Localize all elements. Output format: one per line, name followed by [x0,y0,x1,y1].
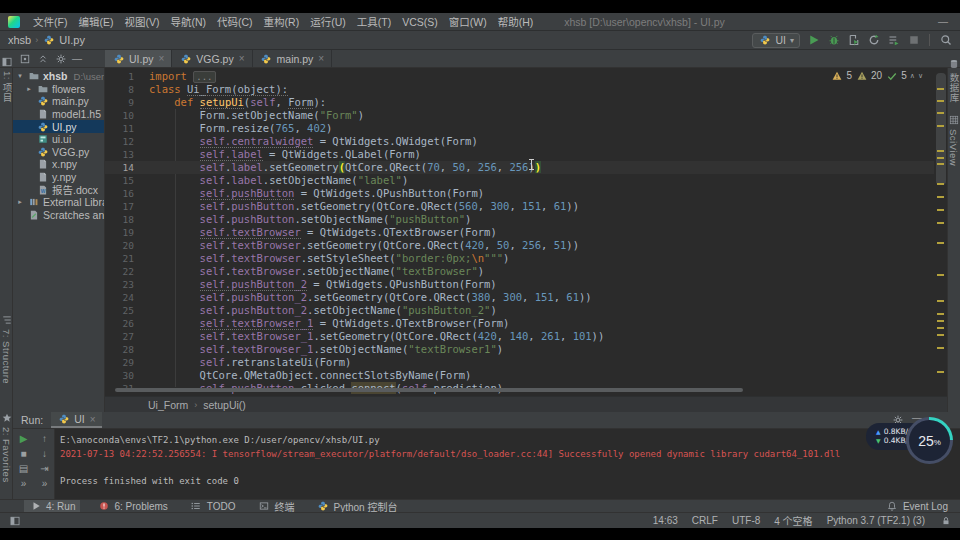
close-icon[interactable]: × [90,414,96,425]
code-line-26[interactable]: 26 self.textBrowser_1 = QtWidgets.QTextB… [105,317,934,330]
readonly-lock-icon[interactable] [939,514,952,527]
locate-file-button[interactable] [18,52,31,65]
code-line-11[interactable]: 11 Form.resize(765, 402) [105,122,934,135]
code-line-27[interactable]: 27 self.textBrowser_1.setGeometry(QtCore… [105,330,934,343]
line-number[interactable]: 26 [105,317,139,330]
caret-position[interactable]: 14:63 [653,515,678,526]
menu-item[interactable]: 帮助(H) [493,13,539,31]
menu-item[interactable]: 编辑(E) [73,13,118,31]
code-line-30[interactable]: 30 QtCore.QMetaObject.connectSlotsByName… [105,369,934,382]
code-line-16[interactable]: 16 self.pushButton = QtWidgets.QPushButt… [105,187,934,200]
run-button[interactable] [807,34,820,47]
code-line-12[interactable]: 12 self.centralwidget = QtWidgets.QWidge… [105,135,934,148]
tree-item-VGG.py[interactable]: VGG.py [13,146,104,159]
tree-item-flowers[interactable]: ▸flowers [13,83,104,96]
tab-close-icon[interactable]: × [239,53,245,64]
code-line-15[interactable]: 15 self.label.setObjectName("label") [105,174,934,187]
debug-button[interactable] [827,34,840,47]
line-number[interactable]: 14 [105,161,139,174]
code-line-23[interactable]: 23 self.pushButton_2 = QtWidgets.QPushBu… [105,278,934,291]
line-number[interactable]: 21 [105,252,139,265]
line-number[interactable]: 30 [105,369,139,382]
stop-button[interactable] [907,34,920,47]
tree-item-model1.h5[interactable]: model1.h5 [13,108,104,121]
interpreter[interactable]: Python 3.7 (TF2.1) (3) [827,515,925,526]
inspections-widget[interactable]: 5 20 5 ∧ ∨ [829,69,926,82]
line-number[interactable]: 25 [105,304,139,317]
code-line-13[interactable]: 13 self.label = QtWidgets.QLabel(Form) [105,148,934,161]
line-number[interactable]: 10 [105,109,139,122]
tab-VGG.py[interactable]: VGG.py× [172,50,252,67]
tree-item-main.py[interactable]: main.py [13,95,104,108]
tool-strip-project[interactable]: 1: 项目 [0,55,13,103]
line-number[interactable]: 11 [105,122,139,135]
menu-item[interactable]: 工具(T) [352,13,396,31]
code-line-8[interactable]: 8class Ui_Form(object): [105,83,934,96]
line-number[interactable]: 9 [105,96,139,109]
code-line-24[interactable]: 24 self.pushButton_2.setGeometry(QtCore.… [105,291,934,304]
rerun-icon[interactable]: ▶ [20,433,28,444]
toolwindow-button-终端[interactable]: 终端 [253,500,300,512]
menu-item[interactable]: 代码(C) [212,13,258,31]
menu-item[interactable]: 运行(U) [305,13,351,31]
tool-strip-database[interactable]: 数据库 [947,57,960,103]
search-everywhere-button[interactable] [939,34,952,47]
code-line-28[interactable]: 28 self.textBrowser_1.setObjectName("tex… [105,343,934,356]
toolwindow-button-6: Problems[interactable]: 6: Problems [92,500,172,512]
breadcrumb-class[interactable]: Ui_Form [148,399,188,411]
menu-item[interactable]: 重构(R) [259,13,305,31]
code-line-1[interactable]: 1import ... [105,70,934,83]
line-number[interactable]: 19 [105,226,139,239]
tool-window-switcher-icon[interactable] [8,514,21,527]
breadcrumb-project[interactable]: xhsb [8,34,31,46]
collapse-all-button[interactable] [36,52,49,65]
menu-item[interactable]: 视图(V) [119,13,164,31]
panel-settings-button[interactable] [54,52,67,65]
code-line-9[interactable]: 9 def setupUi(self, Form): [105,96,934,109]
tree-item-报告.docx[interactable]: W报告.docx [13,183,104,196]
line-number[interactable]: 29 [105,356,139,369]
code-line-21[interactable]: 21 self.textBrowser.setStyleSheet("borde… [105,252,934,265]
tree-item-x.npy[interactable]: x.npy [13,158,104,171]
event-log-button[interactable]: Event Log [886,500,948,513]
line-number[interactable]: 24 [105,291,139,304]
toolwindow-button-4: Run[interactable]: 4: Run [24,500,80,512]
line-number[interactable]: 20 [105,239,139,252]
run-with-coverage-button[interactable] [847,34,860,47]
tree-item-Scratches and Consoles[interactable]: Scratches and Consoles [13,209,104,222]
window-minimize-button[interactable]: — [934,16,952,27]
tab-main.py[interactable]: main.py× [253,50,333,67]
line-ending[interactable]: CRLF [692,515,718,526]
encoding[interactable]: UTF-8 [732,515,760,526]
code-line-10[interactable]: 10 Form.setObjectName("Form") [105,109,934,122]
tab-close-icon[interactable]: × [159,53,165,64]
scroll-up-icon[interactable]: ↑ [42,433,47,444]
line-number[interactable]: 18 [105,213,139,226]
soft-wrap-icon[interactable]: ⇥ [40,463,48,474]
code-line-17[interactable]: 17 self.pushButton.setGeometry(QtCore.QR… [105,200,934,213]
line-number[interactable]: 15 [105,174,139,187]
tree-item-xhsb[interactable]: ▾xhsbD:\user\opencv\xhsb [13,70,104,83]
pin-tab-icon[interactable]: ▤ [19,463,28,474]
scroll-down-icon[interactable]: ↓ [42,448,47,459]
menu-item[interactable]: 文件(F) [28,13,72,31]
line-number[interactable]: 8 [105,83,139,96]
profiler-button[interactable] [887,34,900,47]
next-issue-button[interactable]: ∨ [918,72,923,79]
line-number[interactable]: 1 [105,70,139,83]
line-number[interactable]: 23 [105,278,139,291]
code-line-25[interactable]: 25 self.pushButton_2.setObjectName("push… [105,304,934,317]
code-editor[interactable]: 1import ...8class Ui_Form(object):9 def … [105,68,947,412]
line-number[interactable]: 16 [105,187,139,200]
rerun-button[interactable] [867,34,880,47]
tree-item-External Libraries[interactable]: ▸External Libraries [13,196,104,209]
more-options-icon[interactable]: » [21,478,27,489]
menu-item[interactable]: 导航(N) [165,13,211,31]
toolwindow-button-Python 控制台[interactable]: Python 控制台 [312,500,403,512]
line-number[interactable]: 27 [105,330,139,343]
tab-close-icon[interactable]: × [318,53,324,64]
prev-issue-button[interactable]: ∧ [910,72,915,79]
line-number[interactable]: 17 [105,200,139,213]
code-line-29[interactable]: 29 self.retranslateUi(Form) [105,356,934,369]
tree-item-UI.py[interactable]: UI.py [13,120,104,133]
